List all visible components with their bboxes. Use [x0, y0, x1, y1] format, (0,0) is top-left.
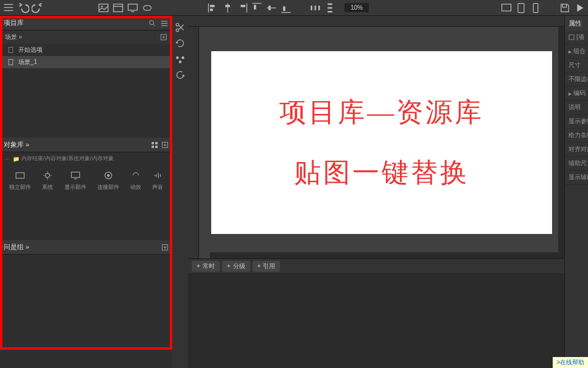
svg-rect-20	[311, 5, 313, 10]
object-lib-title: 对象库	[4, 141, 24, 148]
svg-rect-15	[254, 5, 256, 10]
svg-rect-35	[9, 60, 13, 65]
component-icon	[15, 170, 26, 181]
align-right-icon[interactable]	[236, 2, 248, 14]
layout-icon[interactable]	[112, 2, 124, 14]
display-icon	[70, 170, 81, 181]
top-toolbar: 10%	[0, 0, 588, 16]
sound-icon	[152, 170, 163, 181]
object-library-grid: 独立部件 系统 显示部件 连接部件 动效 声音	[0, 165, 172, 196]
menu-sm-icon[interactable]	[160, 19, 169, 27]
desktop-icon[interactable]	[500, 2, 513, 14]
doc-icon	[7, 46, 15, 54]
object-breadcrumb[interactable]: ← 📁 内存结果/内容对象/系统对象/内存对象	[0, 152, 172, 165]
refresh-icon[interactable]	[175, 38, 186, 49]
align-middle-icon[interactable]	[265, 2, 278, 14]
bottom-tab[interactable]: +分级	[222, 261, 250, 272]
menu-icon[interactable]	[2, 2, 15, 14]
svg-rect-8	[210, 5, 215, 7]
play-icon[interactable]	[573, 2, 586, 14]
save-icon[interactable]	[559, 2, 571, 14]
tablet-icon[interactable]	[515, 2, 527, 14]
align-left-icon[interactable]	[207, 2, 219, 14]
doc-icon	[7, 58, 15, 66]
lib-item[interactable]: 连接部件	[97, 170, 119, 191]
canvas-page[interactable]: 项目库—资源库 贴图一键替换	[211, 51, 552, 234]
atoms-icon[interactable]	[175, 54, 186, 65]
prop-row[interactable]: ▸ 组合	[565, 44, 588, 58]
grid-view-icon[interactable]	[152, 142, 158, 148]
dist-h-icon[interactable]	[309, 2, 321, 14]
search-icon[interactable]	[148, 19, 156, 27]
prop-row[interactable]: 显示辅助	[565, 171, 588, 185]
lib-item[interactable]: 声音	[152, 170, 163, 191]
scene-subheader: 场景 »	[0, 30, 172, 44]
add-control-icon[interactable]	[161, 244, 169, 251]
svg-point-1	[101, 5, 103, 7]
dist-v-icon[interactable]	[324, 2, 336, 14]
prop-row[interactable]: 辅助尺寸	[565, 157, 588, 171]
lib-item[interactable]: 显示部件	[65, 170, 86, 191]
prop-row[interactable]: 说明	[565, 101, 588, 115]
add-scene-icon[interactable]	[160, 34, 167, 41]
add-object-icon[interactable]	[161, 141, 169, 149]
zoom-level[interactable]: 10%	[345, 3, 369, 12]
svg-rect-13	[241, 5, 246, 7]
scissors-icon[interactable]	[175, 22, 186, 33]
prop-row[interactable]: 尺寸	[565, 58, 588, 73]
bottom-tab[interactable]: +引用	[253, 261, 281, 272]
bottom-tabs: +常时 +分级 +引用	[188, 258, 564, 273]
screen-icon[interactable]	[127, 2, 139, 14]
canvas-text-2: 贴图一键替换	[294, 155, 469, 191]
scene-item[interactable]: 场景_1	[0, 56, 172, 68]
vertical-toolbar	[172, 16, 187, 368]
svg-rect-23	[327, 3, 332, 5]
left-sidebar: 项目库 场景 » 开始选项 场景_1 对象库 »	[0, 16, 172, 368]
device-icon[interactable]	[141, 2, 153, 14]
lib-item[interactable]: 动效	[130, 170, 141, 191]
help-link[interactable]: >在线帮助	[553, 357, 588, 368]
prop-row[interactable]: [项	[565, 30, 588, 44]
control-panel-header: 问是组 »	[0, 240, 172, 255]
prop-row[interactable]: 显示参数	[565, 115, 588, 129]
svg-rect-24	[327, 7, 332, 9]
image-icon[interactable]	[97, 2, 110, 14]
breadcrumb-text: 内存结果/内容对象/系统对象/内存对象	[21, 155, 114, 163]
align-top-icon[interactable]	[251, 2, 263, 14]
prop-row[interactable]: ▸ 编码	[565, 87, 588, 101]
undo-icon[interactable]	[17, 2, 29, 14]
motion-icon	[130, 170, 141, 181]
redo-icon[interactable]	[32, 2, 44, 14]
scene-item-label: 场景_1	[18, 58, 37, 66]
svg-point-56	[176, 57, 179, 60]
prop-row[interactable]: 给力条数	[565, 129, 588, 143]
control-title: 问是组	[4, 243, 24, 250]
scene-item[interactable]: 开始选项	[0, 44, 172, 56]
ruler-vertical	[188, 27, 199, 258]
properties-title: 属性	[565, 16, 588, 30]
svg-rect-28	[533, 3, 538, 12]
scrollbar-vertical[interactable]	[558, 27, 564, 252]
prop-row[interactable]: 不限边界	[565, 73, 588, 87]
svg-rect-4	[128, 4, 138, 10]
svg-rect-36	[152, 142, 154, 144]
lib-item[interactable]: 独立部件	[9, 170, 31, 191]
svg-point-48	[107, 174, 110, 177]
scrollbar-horizontal[interactable]	[210, 252, 564, 258]
reload-icon[interactable]	[175, 69, 186, 80]
prop-row[interactable]: 对齐对象	[565, 143, 588, 157]
align-bottom-icon[interactable]	[280, 2, 292, 14]
canvas-viewport[interactable]: 项目库—资源库 贴图一键替换	[199, 27, 564, 258]
align-center-h-icon[interactable]	[222, 2, 234, 14]
svg-rect-27	[518, 3, 524, 12]
svg-rect-19	[283, 6, 285, 11]
bottom-tab[interactable]: +常时	[192, 261, 220, 272]
project-lib-header: 项目库	[0, 16, 172, 30]
svg-point-44	[46, 174, 50, 178]
svg-line-30	[153, 24, 155, 26]
scene-item-label: 开始选项	[18, 46, 43, 54]
svg-rect-45	[71, 172, 80, 177]
svg-rect-11	[225, 5, 230, 7]
lib-item[interactable]: 系统	[42, 170, 53, 191]
mobile-icon[interactable]	[530, 2, 542, 14]
